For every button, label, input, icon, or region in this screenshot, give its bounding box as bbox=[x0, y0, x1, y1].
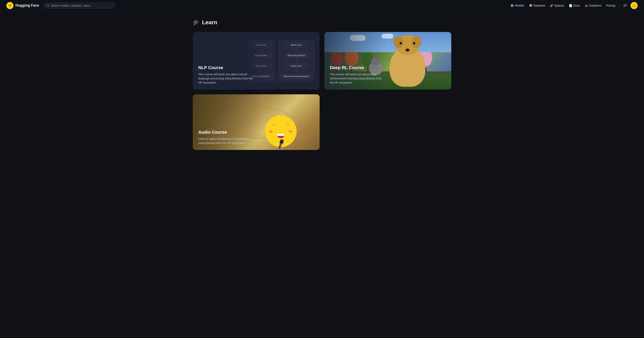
nav-divider bbox=[620, 3, 620, 8]
brand-logo[interactable]: 🤗 Hugging Face bbox=[6, 2, 39, 9]
nlp-course-card[interactable]: Add & norm Feed forward Add & norm Multi… bbox=[193, 32, 320, 90]
page-title-row: 🎓 Learn bbox=[193, 19, 451, 26]
rl-card-text: Deep RL Course This course will teach yo… bbox=[324, 60, 392, 90]
audio-course-card[interactable]: ♪ Audio Course Learn to apply transforme… bbox=[193, 94, 320, 150]
deep-rl-course-card[interactable]: Deep RL Course This course will teach yo… bbox=[324, 32, 451, 90]
page-title: Learn bbox=[202, 19, 217, 26]
search-bar[interactable] bbox=[44, 3, 115, 9]
docs-icon: 📄 bbox=[569, 4, 572, 7]
solutions-label: Solutions bbox=[589, 4, 601, 7]
rl-course-title: Deep RL Course bbox=[330, 65, 386, 70]
models-icon: ⚙️ bbox=[510, 4, 514, 7]
search-icon bbox=[46, 4, 49, 7]
nlp-course-desc: This course will teach you about natural… bbox=[198, 72, 254, 85]
datasets-label: Datasets bbox=[533, 4, 545, 7]
nlp-card-text: NLP Course This course will teach you ab… bbox=[193, 60, 260, 90]
nlp-course-title: NLP Course bbox=[198, 65, 254, 70]
svg-point-0 bbox=[47, 4, 49, 6]
hamburger-menu-icon[interactable] bbox=[622, 3, 628, 8]
spaces-icon: 🚀 bbox=[550, 4, 553, 7]
nav-links: ⚙️ Models 📦 Datasets 🚀 Spaces 📄 Docs 💼 S… bbox=[508, 2, 638, 9]
audio-course-title: Audio Course bbox=[198, 130, 254, 135]
spaces-link[interactable]: 🚀 Spaces bbox=[548, 3, 566, 8]
pricing-link[interactable]: Pricing bbox=[604, 3, 617, 8]
solutions-icon: 💼 bbox=[585, 4, 588, 7]
models-link[interactable]: ⚙️ Models bbox=[508, 3, 526, 8]
search-input[interactable] bbox=[51, 4, 112, 7]
pricing-label: Pricing bbox=[606, 4, 615, 7]
docs-label: Docs bbox=[573, 4, 580, 7]
docs-link[interactable]: 📄 Docs bbox=[567, 3, 582, 8]
datasets-link[interactable]: 📦 Datasets bbox=[527, 3, 547, 8]
courses-grid: Add & norm Feed forward Add & norm Multi… bbox=[193, 32, 451, 150]
brand-name: Hugging Face bbox=[16, 3, 39, 8]
main-content: 🎓 Learn Add & norm Feed forward Add & no… bbox=[183, 11, 461, 158]
user-avatar[interactable]: 😊 bbox=[630, 2, 638, 9]
hf-logo-icon: 🤗 bbox=[6, 2, 14, 9]
solutions-link[interactable]: 💼 Solutions bbox=[583, 3, 603, 8]
navbar: 🤗 Hugging Face ⚙️ Models 📦 Datasets 🚀 Sp… bbox=[0, 0, 644, 11]
rl-course-desc: This course will teach you about deep re… bbox=[330, 72, 386, 85]
models-label: Models bbox=[515, 4, 524, 7]
audio-course-desc: Learn to apply transformers to audio dat… bbox=[198, 137, 254, 145]
audio-card-text: Audio Course Learn to apply transformers… bbox=[193, 125, 260, 150]
learn-icon: 🎓 bbox=[193, 19, 200, 26]
spaces-label: Spaces bbox=[554, 4, 564, 7]
datasets-icon: 📦 bbox=[529, 4, 532, 7]
